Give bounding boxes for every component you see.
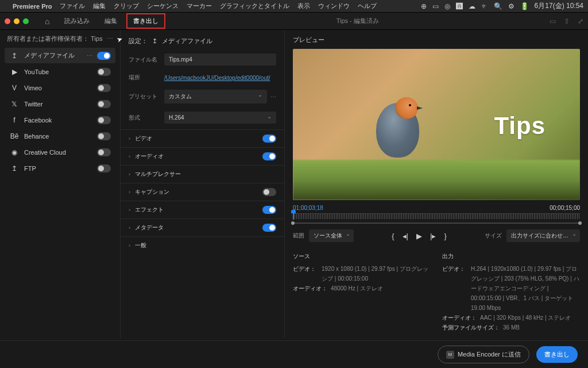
location-label: 場所 xyxy=(129,74,164,82)
step-back-icon[interactable]: ◂| xyxy=(403,232,408,240)
timecode-current[interactable]: 01;00;03;18 xyxy=(293,205,323,211)
workspace-icon[interactable]: ▭ xyxy=(550,17,556,25)
macos-menubar: Premiere Pro ファイル 編集 クリップ シーケンス マーカー グラフ… xyxy=(0,0,588,13)
dest-label: メディアファイル xyxy=(24,51,87,60)
dest-item-behance[interactable]: Bē Behance xyxy=(5,129,115,144)
chevron-right-icon: › xyxy=(129,225,130,231)
size-select[interactable]: 出力サイズに合わせ… xyxy=(506,229,580,242)
dest-toggle[interactable] xyxy=(97,84,111,92)
battery-icon[interactable]: 🔋 xyxy=(520,2,529,10)
tab-import[interactable]: 読み込み xyxy=(59,14,95,28)
fullscreen-icon[interactable]: ⤢ xyxy=(578,17,583,25)
menu-edit[interactable]: 編集 xyxy=(93,2,106,10)
section-toggle[interactable] xyxy=(262,135,276,143)
dest-item-vimeo[interactable]: V Vimeo xyxy=(5,80,115,95)
section-toggle[interactable] xyxy=(262,188,276,196)
tab-export[interactable]: 書き出し xyxy=(126,13,165,29)
dest-label: Facebook xyxy=(24,117,97,124)
range-label: 範囲 xyxy=(293,232,304,240)
menu-sequence[interactable]: シーケンス xyxy=(147,2,179,10)
dest-toggle[interactable] xyxy=(97,132,111,140)
dest-label: Twitter xyxy=(24,101,97,108)
format-label: 形式 xyxy=(129,114,164,122)
menu-clip[interactable]: クリップ xyxy=(114,2,139,10)
menu-graphics[interactable]: グラフィックとタイトル xyxy=(220,2,289,10)
tray-icon[interactable]: ◎ xyxy=(444,2,450,10)
mark-out-icon[interactable]: } xyxy=(444,232,446,240)
app-name[interactable]: Premiere Pro xyxy=(13,3,52,10)
section-toggle[interactable] xyxy=(262,224,276,232)
menu-marker[interactable]: マーカー xyxy=(187,2,212,10)
search-icon[interactable]: 🔍 xyxy=(494,2,502,10)
section-マルチプレクサー[interactable]: › マルチプレクサー xyxy=(121,165,284,183)
send-to-encoder-button[interactable]: M Media Encoder に送信 xyxy=(438,346,529,363)
preset-more-icon[interactable]: ⋯ xyxy=(270,94,276,100)
dest-icon: f xyxy=(9,116,20,124)
menu-file[interactable]: ファイル xyxy=(60,2,85,10)
upload-icon: ↥ xyxy=(152,37,157,45)
control-center-icon[interactable]: ⚙ xyxy=(508,2,514,10)
home-icon[interactable]: ⌂ xyxy=(45,17,49,26)
mark-in-icon[interactable]: { xyxy=(392,232,394,240)
play-icon[interactable]: ▶ xyxy=(416,232,422,240)
chevron-right-icon: › xyxy=(129,171,130,177)
chevron-right-icon: › xyxy=(129,189,130,195)
section-toggle[interactable] xyxy=(262,206,276,214)
destinations-sidebar: 所有者または著作権保有者： Tips ⋯ ↥ メディアファイル ⋯ ▶ YouT… xyxy=(0,30,121,338)
section-label: 一般 xyxy=(135,241,276,250)
dest-toggle[interactable] xyxy=(97,52,111,60)
window-controls[interactable] xyxy=(5,18,29,24)
preset-select[interactable]: カスタム xyxy=(164,90,267,103)
clock[interactable]: 6月17(金) 10:54 xyxy=(535,1,583,11)
dest-item-creative cloud[interactable]: ◉ Creative Cloud xyxy=(5,145,115,160)
source-info: ソース ビデオ：1920 x 1080 (1.0) | 29.97 fps | … xyxy=(293,252,431,332)
section-ビデオ[interactable]: › ビデオ xyxy=(121,129,284,147)
dest-toggle[interactable] xyxy=(97,116,111,124)
sidebar-more-icon[interactable]: ⋯ xyxy=(107,35,113,43)
dest-label: Creative Cloud xyxy=(24,149,97,156)
export-button[interactable]: 書き出し xyxy=(536,346,578,363)
section-メタデータ[interactable]: › メタデータ xyxy=(121,218,284,236)
tray-icon[interactable]: ▭ xyxy=(432,2,439,10)
section-エフェクト[interactable]: › エフェクト xyxy=(121,201,284,218)
chevron-right-icon: › xyxy=(129,154,130,159)
section-キャプション[interactable]: › キャプション xyxy=(121,183,284,201)
dest-item-youtube[interactable]: ▶ YouTube xyxy=(5,64,115,79)
menu-view[interactable]: 表示 xyxy=(297,2,310,10)
export-settings-panel: 設定： ↥ メディアファイル ファイル名 Tips.mp4 場所 /Users/… xyxy=(121,30,285,338)
section-toggle[interactable] xyxy=(262,152,276,160)
step-fwd-icon[interactable]: |▸ xyxy=(430,232,436,240)
menu-help[interactable]: ヘルプ xyxy=(358,2,377,10)
tray-icon[interactable]: ☁ xyxy=(469,2,475,10)
dest-toggle[interactable] xyxy=(97,148,111,156)
dest-item-facebook[interactable]: f Facebook xyxy=(5,113,115,128)
dest-toggle[interactable] xyxy=(97,164,111,172)
format-select[interactable]: H.264 xyxy=(164,112,276,124)
range-select[interactable]: ソース全体 xyxy=(309,229,354,242)
timeline-scrubber[interactable] xyxy=(293,213,580,221)
dest-icon: ↥ xyxy=(9,164,20,172)
video-preview[interactable]: Tips xyxy=(293,49,580,200)
dest-item-twitter[interactable]: 𝕏 Twitter xyxy=(5,97,115,112)
location-link[interactable]: /Users/macbookJU/Desktop/edit0000/out/ xyxy=(164,75,270,81)
dest-toggle[interactable] xyxy=(97,100,111,108)
tab-edit[interactable]: 編集 xyxy=(99,14,123,28)
dest-item-ftp[interactable]: ↥ FTP xyxy=(5,161,115,176)
section-オーディオ[interactable]: › オーディオ xyxy=(121,147,284,165)
section-label: オーディオ xyxy=(135,152,262,160)
dest-toggle[interactable] xyxy=(97,68,111,76)
dest-item-メディアファイル[interactable]: ↥ メディアファイル ⋯ xyxy=(5,48,115,63)
dest-more-icon[interactable]: ⋯ xyxy=(87,52,92,59)
tray-icon[interactable]: 🅰 xyxy=(456,2,463,10)
share-icon[interactable]: ⇪ xyxy=(564,17,570,25)
preview-title: プレビュー xyxy=(293,36,580,44)
section-一般[interactable]: › 一般 xyxy=(121,236,284,254)
wifi-icon[interactable]: ᯤ xyxy=(481,2,488,10)
output-info: 出力 ビデオ：H.264 | 1920x1080 (1.0) | 29.97 f… xyxy=(442,252,580,332)
tray-icon[interactable]: ⊕ xyxy=(421,2,427,10)
menu-window[interactable]: ウィンドウ xyxy=(318,2,350,10)
filename-input[interactable]: Tips.mp4 xyxy=(164,53,276,66)
timecode-duration[interactable]: 00;00;15;00 xyxy=(550,205,580,211)
system-tray: ⊕ ▭ ◎ 🅰 ☁ ᯤ 🔍 ⚙ 🔋 6月17(金) 10:54 xyxy=(421,1,583,11)
dest-label: Vimeo xyxy=(24,85,97,91)
